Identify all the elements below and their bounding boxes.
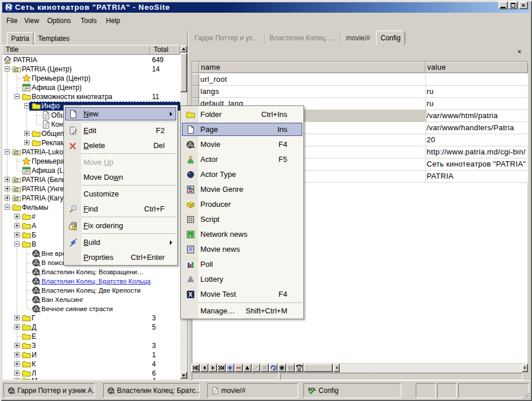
svg-text:1: 1 [74,226,76,230]
svg-text:X: X [188,291,192,298]
